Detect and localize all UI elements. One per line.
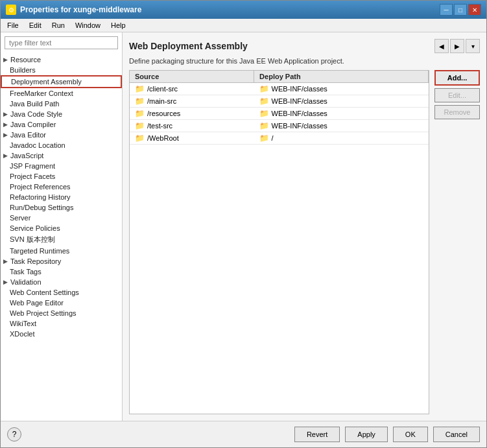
arrow-icon: ▶ [3, 152, 8, 159]
sidebar-item-label: Java Editor [10, 131, 46, 139]
panel-toolbar: ◀ ▶ ▾ [434, 39, 480, 53]
cancel-button[interactable]: Cancel [433, 427, 480, 442]
sidebar-item-jsp-fragment[interactable]: JSP Fragment [1, 161, 122, 171]
sidebar-item-task-tags[interactable]: Task Tags [1, 266, 122, 277]
folder-icon: 📁 [259, 134, 269, 143]
title-buttons: ─ □ ✕ [440, 4, 481, 16]
table-action-buttons: Add... Edit... Remove [434, 70, 480, 414]
folder-icon: 📁 [135, 109, 145, 118]
sidebar-item-java-compiler[interactable]: ▶ Java Compiler [1, 119, 122, 130]
sidebar-item-label: Java Build Path [10, 100, 59, 108]
sidebar-item-label: Deployment Assembly [11, 78, 82, 86]
sidebar-item-refactoring[interactable]: Refactoring History [1, 192, 122, 202]
edit-button[interactable]: Edit... [434, 88, 480, 102]
sidebar-item-run-debug[interactable]: Run/Debug Settings [1, 202, 122, 213]
title-bar-left: ⚙ Properties for xunge-middleware [6, 5, 141, 15]
sidebar-item-targeted-runtimes[interactable]: Targeted Runtimes [1, 246, 122, 256]
sidebar-item-label: Web Project Settings [10, 309, 77, 317]
menu-run[interactable]: Run [48, 20, 69, 30]
sidebar-item-web-content-settings[interactable]: Web Content Settings [1, 287, 122, 298]
panel-title: Web Deployment Assembly [129, 41, 248, 51]
sidebar-item-label: Task Tags [10, 268, 42, 276]
sidebar-item-web-page-editor[interactable]: Web Page Editor [1, 298, 122, 308]
sidebar-item-label: Project Facets [10, 172, 55, 180]
window-icon: ⚙ [6, 5, 16, 15]
sidebar-item-label: Run/Debug Settings [10, 204, 73, 211]
sidebar-item-label: Task Repository [10, 257, 61, 265]
sidebar-item-label: JSP Fragment [10, 162, 55, 170]
sidebar-item-javadoc[interactable]: Javadoc Location [1, 140, 122, 150]
arrow-icon: ▶ [3, 56, 8, 63]
sidebar-item-label: Java Code Style [10, 110, 62, 118]
right-panel: Web Deployment Assembly ◀ ▶ ▾ Define pac… [123, 32, 486, 421]
sidebar-item-server[interactable]: Server [1, 213, 122, 223]
sidebar-item-java-editor[interactable]: ▶ Java Editor [1, 130, 122, 140]
table-row[interactable]: 📁/resources📁WEB-INF/classes [130, 108, 429, 120]
maximize-button[interactable]: □ [454, 4, 467, 16]
menu-edit[interactable]: Edit [25, 20, 45, 30]
source-cell: 📁/client-src [130, 83, 254, 95]
deploy-path-cell: 📁WEB-INF/classes [254, 108, 429, 120]
table-wrapper[interactable]: Source Deploy Path 📁/client-src📁WEB-INF/… [129, 70, 429, 414]
sidebar-item-label: Resource [10, 56, 41, 64]
sidebar-item-task-repository[interactable]: ▶ Task Repository [1, 256, 122, 266]
apply-button[interactable]: Apply [345, 427, 388, 442]
window-title: Properties for xunge-middleware [20, 5, 141, 14]
sidebar-item-freemarker[interactable]: FreeMarker Context [1, 88, 122, 99]
ok-button[interactable]: OK [393, 427, 428, 442]
folder-icon: 📁 [259, 84, 269, 93]
sidebar-item-javascript[interactable]: ▶ JavaScript [1, 150, 122, 161]
sidebar-item-web-project-settings[interactable]: Web Project Settings [1, 308, 122, 318]
folder-icon: 📁 [259, 97, 269, 106]
source-cell: 📁/main-src [130, 95, 254, 108]
sidebar-item-label: Server [10, 214, 30, 222]
sidebar-item-java-code-style[interactable]: ▶ Java Code Style [1, 109, 122, 119]
add-button[interactable]: Add... [434, 70, 480, 86]
filter-input[interactable] [5, 36, 118, 49]
source-cell: 📁/test-src [130, 120, 254, 132]
dropdown-button[interactable]: ▾ [466, 39, 480, 53]
sidebar-item-builders[interactable]: Builders [1, 65, 122, 75]
main-window: ⚙ Properties for xunge-middleware ─ □ ✕ … [0, 0, 487, 448]
panel-header: Web Deployment Assembly ◀ ▶ ▾ [129, 39, 480, 53]
sidebar-item-svn[interactable]: SVN 版本控制 [1, 233, 122, 246]
sidebar-item-label: SVN 版本控制 [10, 235, 55, 244]
back-button[interactable]: ◀ [434, 39, 449, 53]
sidebar-item-wikitext[interactable]: WikiText [1, 318, 122, 329]
sidebar-item-xdoclet[interactable]: XDoclet [1, 329, 122, 339]
forward-button[interactable]: ▶ [450, 39, 464, 53]
sidebar-item-label: Targeted Runtimes [10, 247, 69, 255]
table-row[interactable]: 📁/test-src📁WEB-INF/classes [130, 120, 429, 132]
table-row[interactable]: 📁/WebRoot📁/ [130, 132, 429, 145]
col-deploy-path: Deploy Path [254, 71, 429, 83]
menu-file[interactable]: File [3, 20, 23, 30]
sidebar-item-label: Service Policies [10, 224, 60, 232]
sidebar-item-deployment-assembly[interactable]: Deployment Assembly [1, 75, 122, 88]
sidebar-item-resource[interactable]: ▶ Resource [1, 54, 122, 65]
sidebar-item-java-build-path[interactable]: Java Build Path [1, 99, 122, 109]
title-bar: ⚙ Properties for xunge-middleware ─ □ ✕ [1, 1, 486, 19]
sidebar-item-label: Javadoc Location [10, 141, 65, 149]
sidebar-item-validation[interactable]: ▶ Validation [1, 277, 122, 287]
menu-window[interactable]: Window [71, 20, 104, 30]
sidebar-item-label: Java Compiler [10, 121, 56, 128]
revert-button[interactable]: Revert [294, 427, 340, 442]
table-row[interactable]: 📁/main-src📁WEB-INF/classes [130, 95, 429, 108]
sidebar-item-label: XDoclet [10, 330, 35, 338]
close-button[interactable]: ✕ [468, 4, 481, 16]
sidebar-item-project-references[interactable]: Project References [1, 182, 122, 192]
content-area: ▶ Resource Builders Deployment Assembly … [1, 32, 486, 421]
table-row[interactable]: 📁/client-src📁WEB-INF/classes [130, 83, 429, 95]
sidebar-item-service-policies[interactable]: Service Policies [1, 223, 122, 233]
folder-icon: 📁 [135, 97, 145, 106]
menu-help[interactable]: Help [107, 20, 130, 30]
arrow-icon: ▶ [3, 258, 8, 265]
remove-button[interactable]: Remove [434, 105, 480, 119]
sidebar-item-project-facets[interactable]: Project Facets [1, 171, 122, 182]
folder-icon: 📁 [135, 84, 145, 93]
minimize-button[interactable]: ─ [440, 4, 453, 16]
deployment-table: Source Deploy Path 📁/client-src📁WEB-INF/… [130, 71, 429, 145]
help-button[interactable]: ? [7, 427, 21, 442]
folder-icon: 📁 [135, 121, 145, 130]
sidebar-item-label: FreeMarker Context [10, 89, 73, 97]
